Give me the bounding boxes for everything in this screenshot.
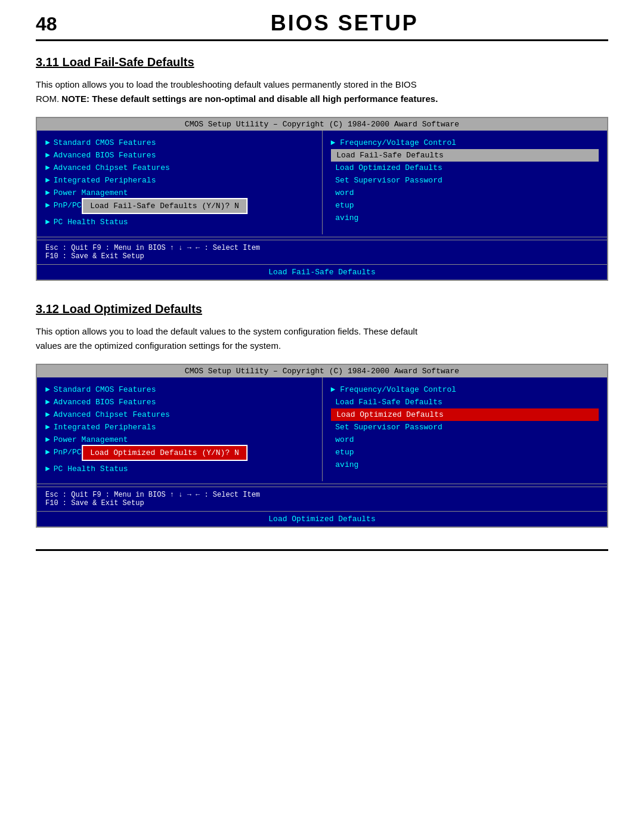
bios-item-2-2: ► Advanced Chipset Features bbox=[45, 408, 314, 421]
arrow-icon: ► bbox=[331, 138, 336, 147]
bios-right-item-1-5: etup bbox=[331, 199, 599, 212]
section-312: 3.12 Load Optimized Defaults This option… bbox=[36, 302, 608, 528]
arrow-icon: ► bbox=[45, 218, 50, 227]
bios-screen-1: CMOS Setup Utility – Copyright (C) 1984-… bbox=[36, 117, 608, 281]
arrow-icon: ► bbox=[45, 163, 50, 172]
arrow-icon: ► bbox=[45, 398, 50, 407]
bios-item-1-6: ► PC Health Status bbox=[45, 216, 314, 228]
bios-right-item-2-6: aving bbox=[331, 459, 599, 471]
bios-item-1-0: ► Standard CMOS Features bbox=[45, 137, 314, 149]
bios-item-1-1: ► Advanced BIOS Features bbox=[45, 149, 314, 162]
bios-status-1: Load Fail-Safe Defaults bbox=[37, 264, 607, 280]
page-number: 48 bbox=[36, 13, 57, 35]
bios-right-item-1-1: Load Fail-Safe Defaults bbox=[331, 149, 599, 162]
page-header: 48 BIOS SETUP bbox=[36, 0, 608, 41]
section-311: 3.11 Load Fail-Safe Defaults This option… bbox=[36, 55, 608, 281]
bios-item-2-1: ► Advanced BIOS Features bbox=[45, 396, 314, 408]
bios-right-col-1: ► Frequency/Voltage Control Load Fail-Sa… bbox=[323, 131, 608, 234]
section-311-title: 3.11 Load Fail-Safe Defaults bbox=[36, 55, 608, 69]
arrow-icon: ► bbox=[45, 176, 50, 185]
bios-item-2-5-row: ► PnP/PCI Configura Load Optimized Defau… bbox=[45, 446, 314, 463]
bios-item-1-2: ► Advanced Chipset Features bbox=[45, 162, 314, 174]
bios-right-item-1-3: Set Supervisor Password bbox=[331, 174, 599, 187]
arrow-icon: ► bbox=[45, 138, 50, 147]
arrow-icon: ► bbox=[45, 448, 50, 457]
page-title: BIOS SETUP bbox=[81, 11, 608, 36]
bios-titlebar-2: CMOS Setup Utility – Copyright (C) 1984-… bbox=[37, 365, 607, 377]
bios-item-2-3: ► Integrated Peripherals bbox=[45, 421, 314, 433]
bios-dialog-1: Load Fail-Safe Defaults (Y/N)? N bbox=[82, 198, 247, 214]
bios-item-1-5-row: ► PnP/PCI Configura Load Fail-Safe Defau… bbox=[45, 199, 314, 216]
section-312-title: 3.12 Load Optimized Defaults bbox=[36, 302, 608, 316]
bios-footer-2: Esc : Quit F9 : Menu in BIOS ↑ ↓ → ← : S… bbox=[37, 487, 607, 511]
arrow-icon: ► bbox=[45, 385, 50, 394]
bios-item-2-0: ► Standard CMOS Features bbox=[45, 383, 314, 396]
bios-footer-1: Esc : Quit F9 : Menu in BIOS ↑ ↓ → ← : S… bbox=[37, 240, 607, 264]
bios-dialog-2: Load Optimized Defaults (Y/N)? N bbox=[82, 445, 247, 461]
bios-status-2: Load Optimized Defaults bbox=[37, 511, 607, 527]
bios-right-item-2-0: ► Frequency/Voltage Control bbox=[331, 383, 599, 396]
bios-right-item-2-2: Load Optimized Defaults bbox=[331, 408, 599, 421]
section-312-desc: This option allows you to load the defau… bbox=[36, 324, 608, 353]
bios-item-1-4: ► Power Management bbox=[45, 187, 314, 199]
bios-left-col-2: ► Standard CMOS Features ► Advanced BIOS… bbox=[37, 377, 323, 481]
bios-right-item-2-4: word bbox=[331, 433, 599, 446]
bottom-divider bbox=[36, 549, 608, 551]
arrow-icon: ► bbox=[45, 423, 50, 432]
bios-right-item-1-2: Load Optimized Defaults bbox=[331, 162, 599, 174]
bios-item-1-3: ► Integrated Peripherals bbox=[45, 174, 314, 187]
arrow-icon: ► bbox=[331, 385, 336, 394]
bios-item-2-6: ► PC Health Status bbox=[45, 463, 314, 475]
bios-right-item-2-3: Set Supervisor Password bbox=[331, 421, 599, 433]
bios-right-item-2-5: etup bbox=[331, 446, 599, 459]
bios-item-2-4: ► Power Management bbox=[45, 433, 314, 446]
arrow-icon: ► bbox=[45, 188, 50, 197]
bios-left-col-1: ► Standard CMOS Features ► Advanced BIOS… bbox=[37, 131, 323, 234]
bios-right-col-2: ► Frequency/Voltage Control Load Fail-Sa… bbox=[323, 377, 608, 481]
section-311-desc1: This option allows you to load the troub… bbox=[36, 78, 608, 106]
bios-titlebar-1: CMOS Setup Utility – Copyright (C) 1984-… bbox=[37, 118, 607, 131]
bios-screen-2: CMOS Setup Utility – Copyright (C) 1984-… bbox=[36, 364, 608, 528]
arrow-icon: ► bbox=[45, 151, 50, 160]
arrow-icon: ► bbox=[45, 465, 50, 473]
arrow-icon: ► bbox=[45, 410, 50, 419]
arrow-icon: ► bbox=[45, 201, 50, 210]
bios-right-item-1-4: word bbox=[331, 187, 599, 199]
bios-right-item-1-6: aving bbox=[331, 212, 599, 224]
section-311-note: NOTE: These default settings are non-opt… bbox=[61, 94, 438, 104]
bios-right-item-1-0: ► Frequency/Voltage Control bbox=[331, 137, 599, 149]
arrow-icon: ► bbox=[45, 435, 50, 444]
bios-right-item-2-1: Load Fail-Safe Defaults bbox=[331, 396, 599, 408]
